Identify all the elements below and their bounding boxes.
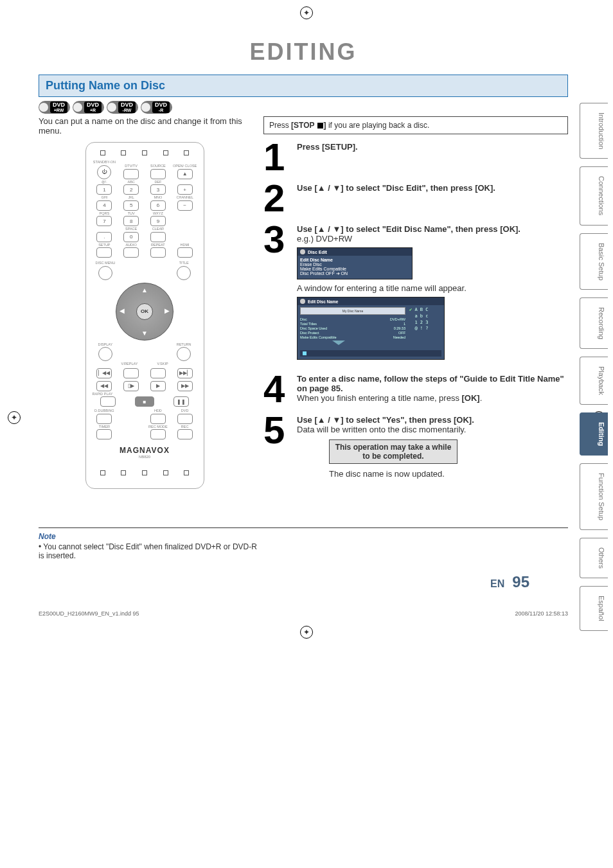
channel-up: + xyxy=(177,184,193,195)
hdmi-button xyxy=(177,247,193,258)
key-9: 9 xyxy=(150,216,166,226)
ok-button: OK xyxy=(136,303,153,320)
badge-dvd-minus-r: DVD-R xyxy=(141,101,172,114)
down-triangle-icon xyxy=(332,341,345,345)
badge-dvd-plus-r: DVD+R xyxy=(73,101,104,114)
step-number: 4 xyxy=(263,374,289,405)
rec-button xyxy=(177,429,193,439)
disc-menu-button xyxy=(98,266,112,280)
ff-button: ▶▶ xyxy=(177,381,193,391)
tab-function-setup[interactable]: Function Setup xyxy=(580,463,608,530)
tab-others[interactable]: Others xyxy=(580,538,608,578)
footer-timestamp: 2008/11/20 12:58:13 xyxy=(515,610,568,617)
disc-badges: DVD+RW DVD+R DVD-RW DVD-R xyxy=(39,101,568,114)
dtv-tv-button xyxy=(123,169,139,179)
prev-button: ▏◀◀ xyxy=(96,368,112,378)
repeat-button xyxy=(150,247,166,258)
timer-button xyxy=(96,429,112,439)
return-button xyxy=(177,347,191,361)
step-1-headline: Press [SETUP]. xyxy=(297,142,358,152)
page-number: EN95 xyxy=(39,573,568,591)
play-button: ▶ xyxy=(150,381,166,391)
clear-button xyxy=(150,232,166,242)
pre-instruction: Press [STOP ] if you are playing back a … xyxy=(263,116,568,134)
step-number: 3 xyxy=(263,224,289,364)
key-8: 8 xyxy=(123,216,139,226)
tab-recording[interactable]: Recording xyxy=(580,297,608,349)
operation-note: This operation may take a while to be co… xyxy=(329,439,458,464)
note-heading: Note xyxy=(39,532,568,541)
step-number: 5 xyxy=(263,415,289,479)
step-3: 3 Use [▲ / ▼] to select "Edit Disc Name"… xyxy=(263,224,568,364)
step-4: 4 To enter a disc name, follow the steps… xyxy=(263,374,568,405)
brand-logo: MAGNAVOX xyxy=(93,446,197,455)
step-5-after: The disc name is now updated. xyxy=(329,469,568,479)
tab-editing[interactable]: Editing xyxy=(580,412,608,456)
crop-mark-bottom xyxy=(0,619,613,645)
note-section: Note • You cannot select "Disc Edit" whe… xyxy=(39,527,568,560)
dvd-button xyxy=(177,414,193,424)
osd-disc-edit: Disc Edit Edit Disc Name Erase Disc Make… xyxy=(297,247,413,279)
model-number: NB820 xyxy=(93,455,197,459)
vreplay-button xyxy=(123,368,139,378)
step-2-headline: Use [▲ / ▼] to select "Disc Edit", then … xyxy=(297,183,495,193)
pause-button: ❚❚ xyxy=(173,396,189,407)
step-1: 1 Press [SETUP]. xyxy=(263,142,568,173)
rapid-play-button xyxy=(100,396,116,407)
cursor-icon xyxy=(303,351,306,355)
osd-edit-disc-name: Edit Disc Name My Disc Name DiscDVD+RW T… xyxy=(297,297,445,360)
dpad: ▲ ▼ ◀ ▶ OK xyxy=(116,283,173,341)
disc-icon xyxy=(300,299,305,304)
badge-dvd-plus-rw: DVD+RW xyxy=(39,101,70,114)
next-button: ▶▶▏ xyxy=(177,368,193,378)
setup-button xyxy=(96,247,112,258)
recmode-button xyxy=(150,429,166,439)
key-dot: . xyxy=(96,232,112,242)
audio-button xyxy=(123,247,139,258)
footer-meta: E2S00UD_H2160MW9_EN_v1.indd 95 2008/11/2… xyxy=(0,604,613,619)
title-button xyxy=(177,266,191,280)
pause-step-button: ▯▶ xyxy=(123,381,139,391)
key-7: 7 xyxy=(96,216,112,226)
step-5-headline: Use [▲ / ▼] to select "Yes", then press … xyxy=(297,415,568,425)
channel-down: − xyxy=(177,200,193,211)
step-2: 2 Use [▲ / ▼] to select "Disc Edit", the… xyxy=(263,183,568,214)
tab-connections[interactable]: Connections xyxy=(580,166,608,225)
tab-basic-setup[interactable]: Basic Setup xyxy=(580,233,608,290)
step-3-after: A window for entering a title name will … xyxy=(297,283,568,293)
osd-name-input: My Disc Name xyxy=(300,307,405,315)
step-number: 1 xyxy=(263,142,289,173)
standby-button: ⏻ xyxy=(97,165,111,179)
display-button xyxy=(98,347,112,361)
open-close-button: ▲ xyxy=(177,169,193,179)
step-3-subtext: e.g.) DVD+RW xyxy=(297,234,568,244)
intro-text: You can put a name on the disc and chang… xyxy=(39,116,251,136)
tab-espanol[interactable]: Español xyxy=(580,586,608,631)
step-number: 2 xyxy=(263,183,289,214)
stop-button: ■ xyxy=(135,396,154,407)
step-5: 5 Use [▲ / ▼] to select "Yes", then pres… xyxy=(263,415,568,479)
step-3-headline: Use [▲ / ▼] to select "Edit Disc Name", … xyxy=(297,224,568,234)
step-4-headline: To enter a disc name, follow the steps o… xyxy=(297,374,568,393)
step-5-sub: Data will be written onto the disc momen… xyxy=(297,425,568,434)
tab-introduction[interactable]: Introduction xyxy=(580,103,608,159)
key-2: 2 xyxy=(123,184,139,195)
disc-icon xyxy=(300,249,305,254)
tab-playback[interactable]: Playback xyxy=(580,357,608,405)
side-tabs: Introduction Connections Basic Setup Rec… xyxy=(580,103,608,631)
vskip-button xyxy=(150,368,166,378)
remote-control-illustration: STANDBY-ON⏻ DTV/TV SOURCE OPEN/ CLOSE▲ @… xyxy=(85,142,204,489)
hdd-button xyxy=(150,414,166,424)
note-bullet: • You cannot select "Disc Edit" when fin… xyxy=(39,542,257,560)
badge-dvd-minus-rw: DVD-RW xyxy=(107,101,138,114)
key-1: 1 xyxy=(96,184,112,195)
key-6: 6 xyxy=(150,200,166,211)
key-0: 0 xyxy=(123,232,139,242)
step-4-sub: When you finish entering a title name, p… xyxy=(297,393,568,403)
key-3: 3 xyxy=(150,184,166,195)
source-button xyxy=(150,169,166,179)
rew-button: ◀◀ xyxy=(96,381,112,391)
footer-file: E2S00UD_H2160MW9_EN_v1.indd 95 xyxy=(39,610,139,617)
crop-mark-top xyxy=(0,0,613,26)
ddubbing-button xyxy=(96,414,112,424)
